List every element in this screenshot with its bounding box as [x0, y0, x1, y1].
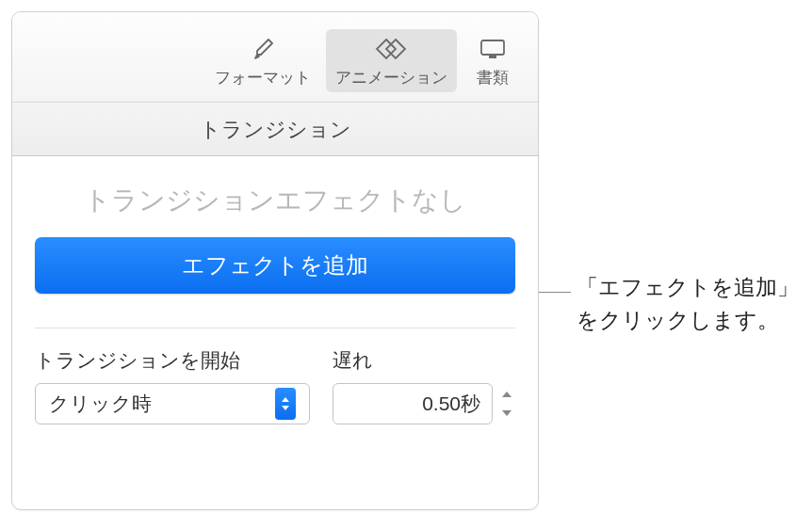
document-tab-label: 書類 — [477, 67, 509, 88]
no-effect-label: トランジションエフェクトなし — [35, 183, 515, 218]
stepper-up-button[interactable] — [498, 386, 515, 403]
format-tab-button[interactable]: フォーマット — [205, 29, 320, 92]
transition-section-header: トランジション — [12, 102, 538, 156]
callout-text: 「エフェクトを追加」 をクリックします。 — [577, 271, 799, 336]
callout-line2: をクリックします。 — [577, 308, 779, 332]
trigger-select[interactable]: クリック時 — [35, 383, 310, 424]
toolbar: フォーマット アニメーション 書類 — [12, 12, 538, 102]
delay-field-label: 遅れ — [333, 347, 515, 374]
delay-control: 0.50秒 — [333, 383, 515, 424]
stepper-down-button[interactable] — [498, 405, 515, 422]
delay-input[interactable]: 0.50秒 — [333, 383, 493, 424]
trigger-field-label: トランジションを開始 — [35, 347, 310, 374]
format-tab-label: フォーマット — [215, 67, 311, 88]
callout-line1: 「エフェクトを追加」 — [577, 275, 799, 299]
svg-rect-0 — [481, 40, 504, 55]
delay-value: 0.50秒 — [422, 391, 480, 417]
svg-rect-1 — [489, 55, 496, 58]
screen-icon — [479, 35, 507, 63]
delay-column: 遅れ 0.50秒 — [333, 347, 515, 424]
animation-tab-button[interactable]: アニメーション — [326, 29, 457, 92]
trigger-column: トランジションを開始 クリック時 — [35, 347, 310, 424]
callout-connector — [539, 292, 571, 293]
paintbrush-icon — [250, 35, 276, 63]
content-area: トランジションエフェクトなし エフェクトを追加 トランジションを開始 クリック時… — [12, 156, 538, 424]
inspector-panel: フォーマット アニメーション 書類 トランジション トランジションエフェクトなし — [11, 11, 539, 510]
animation-tab-label: アニメーション — [335, 67, 447, 88]
diamond-icon — [375, 35, 409, 63]
settings-row: トランジションを開始 クリック時 遅れ 0.50秒 — [35, 347, 515, 424]
document-tab-button[interactable]: 書類 — [463, 29, 523, 92]
trigger-select-value: クリック時 — [49, 391, 275, 417]
divider — [35, 328, 515, 328]
delay-stepper — [498, 386, 515, 422]
add-effect-button[interactable]: エフェクトを追加 — [35, 237, 515, 294]
updown-arrows-icon — [275, 388, 296, 420]
